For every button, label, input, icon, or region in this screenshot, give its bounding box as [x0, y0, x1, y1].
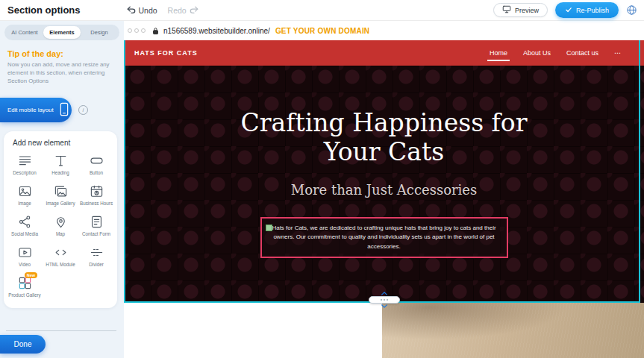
new-badge: New	[25, 272, 37, 278]
done-button[interactable]: Done	[0, 335, 46, 354]
business-hours-icon	[90, 184, 104, 198]
undo-button[interactable]: Undo	[127, 6, 157, 15]
check-icon	[565, 6, 572, 15]
arrow-up-icon	[381, 292, 388, 295]
hero-text-box[interactable]: Hats for Cats, we are dedicated to craft…	[260, 217, 508, 258]
add-panel-title: Add new element	[13, 139, 114, 147]
get-domain-link[interactable]: GET YOUR OWN DOMAIN	[275, 27, 369, 35]
element-item-contact-form[interactable]: Contact Form	[78, 215, 114, 237]
window-dot	[128, 28, 132, 33]
element-item-business-hours[interactable]: Business Hours	[78, 184, 114, 207]
section-resize-handle[interactable]	[369, 292, 400, 308]
preview-button[interactable]: Preview	[493, 3, 548, 17]
site-url: n1566589.websitebuilder.online/	[163, 27, 270, 35]
hero-heading-line2: Your Cats	[241, 138, 528, 167]
heading-icon	[54, 154, 68, 168]
element-item-heading[interactable]: Heading	[43, 154, 78, 176]
map-icon	[54, 215, 68, 229]
window-dots	[128, 28, 146, 33]
redo-label: Redo	[168, 6, 187, 15]
sidebar-tabs: AI Content Elements Design	[4, 25, 119, 40]
hero-heading: Crafting Happiness for Your Cats	[241, 109, 528, 167]
arrow-down-icon	[381, 304, 388, 308]
nav-contact-us[interactable]: Contact us	[566, 41, 599, 65]
section-selection-border-left	[124, 40, 125, 303]
site-nav: Home About Us Contact us ⋯	[489, 41, 622, 65]
tab-elements[interactable]: Elements	[43, 26, 81, 39]
element-item-image-gallery[interactable]: Image Gallery	[43, 184, 78, 207]
nav-about-us[interactable]: About Us	[522, 41, 551, 65]
element-item-divider[interactable]: Divider	[78, 245, 114, 268]
hero-section[interactable]: Crafting Happiness for Your Cats More th…	[124, 66, 644, 303]
element-item-social-media[interactable]: Social Media	[7, 215, 43, 237]
hero-heading-line1: Crafting Happiness for	[241, 109, 528, 138]
add-element-panel: Add new element Description Heading Butt…	[4, 131, 117, 308]
sidebar-divider	[6, 330, 116, 331]
redo-icon	[190, 6, 198, 15]
next-section[interactable]	[124, 303, 644, 358]
contact-form-icon	[90, 215, 104, 229]
tab-ai-content[interactable]: AI Content	[6, 26, 43, 39]
preview-area: n1566589.websitebuilder.online/ GET YOUR…	[124, 21, 644, 358]
element-item-description[interactable]: Description	[7, 154, 43, 176]
republish-button[interactable]: Re-Publish	[555, 2, 619, 18]
html-module-icon	[54, 245, 68, 260]
page-title: Section options	[7, 4, 81, 16]
mobile-phone-icon	[59, 102, 69, 118]
social-media-icon	[18, 215, 32, 229]
tip-of-the-day: Tip of the day: Now you can add, move an…	[0, 40, 124, 90]
description-icon	[18, 154, 32, 168]
republish-label: Re-Publish	[576, 7, 609, 14]
resize-handle-grip[interactable]	[369, 296, 400, 304]
site-logo[interactable]: HATS FOR CATS	[134, 49, 198, 57]
site-header: HATS FOR CATS Home About Us Contact us ⋯	[124, 40, 644, 66]
monitor-icon	[502, 5, 511, 15]
preview-label: Preview	[515, 7, 539, 14]
tip-title: Tip of the day:	[7, 49, 116, 58]
nav-home[interactable]: Home	[489, 41, 508, 65]
info-icon[interactable]: i	[78, 105, 88, 115]
element-item-video[interactable]: Video	[7, 245, 43, 268]
element-item-product-gallery[interactable]: New Product Gallery	[7, 276, 43, 298]
divider-icon	[90, 245, 104, 260]
tip-body: Now you can add, move and resize any ele…	[7, 61, 116, 86]
section-selection-border-right	[639, 40, 640, 303]
language-globe-icon[interactable]	[626, 4, 637, 16]
edit-mobile-layout-button[interactable]: Edit mobile layout	[0, 98, 72, 122]
sidebar: AI Content Elements Design Tip of the da…	[0, 21, 124, 358]
next-section-image	[382, 303, 644, 358]
element-item-map[interactable]: Map	[43, 215, 78, 237]
window-dot	[134, 28, 139, 33]
undo-label: Undo	[139, 6, 157, 15]
hero-subheading: More than Just Accessories	[291, 182, 478, 198]
element-item-button[interactable]: Button	[78, 154, 114, 176]
edit-mobile-label: Edit mobile layout	[7, 107, 54, 113]
tab-design[interactable]: Design	[81, 26, 118, 39]
image-gallery-icon	[54, 184, 68, 198]
button-icon	[90, 154, 104, 168]
video-icon	[18, 245, 32, 260]
product-gallery-icon	[18, 276, 32, 290]
redo-button[interactable]: Redo	[168, 6, 198, 15]
element-grid: Description Heading Button Image	[7, 154, 114, 299]
image-icon	[18, 184, 32, 198]
element-item-image[interactable]: Image	[7, 184, 43, 207]
undo-icon	[127, 6, 136, 15]
website-preview: HATS FOR CATS Home About Us Contact us ⋯…	[124, 40, 644, 358]
topbar: Section options Undo Redo Preview Re-Pub	[0, 0, 644, 21]
lock-icon	[152, 27, 159, 35]
topbar-actions: Preview Re-Publish	[493, 2, 637, 18]
nav-more-icon[interactable]: ⋯	[613, 41, 622, 65]
element-item-html-module[interactable]: HTML Module	[43, 245, 78, 268]
text-element-handle[interactable]	[266, 224, 272, 231]
history-controls: Undo Redo	[127, 6, 198, 15]
browser-bar: n1566589.websitebuilder.online/ GET YOUR…	[124, 21, 644, 40]
hero-body-text: Hats for Cats, we are dedicated to craft…	[270, 224, 498, 251]
edit-mobile-row: Edit mobile layout i	[0, 98, 124, 122]
window-dot	[141, 28, 146, 33]
